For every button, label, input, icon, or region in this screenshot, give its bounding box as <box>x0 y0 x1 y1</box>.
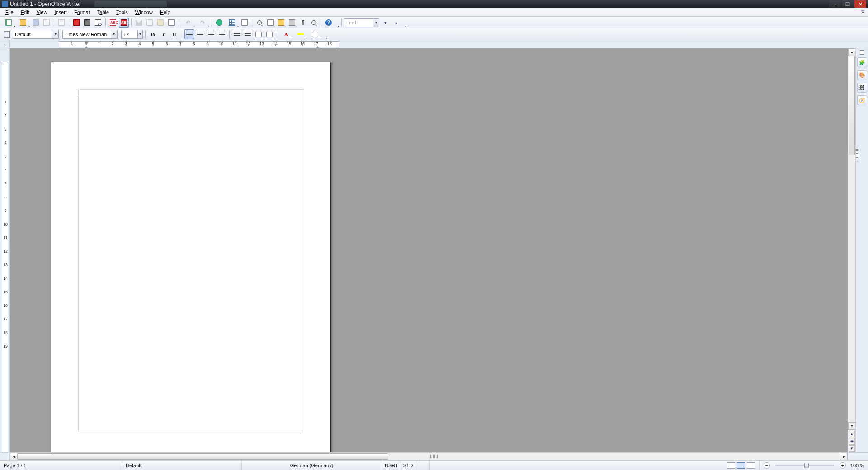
zoom-in-button[interactable]: + <box>840 462 846 469</box>
font-name-input[interactable] <box>63 30 111 38</box>
document-canvas[interactable] <box>10 48 848 452</box>
next-page-button[interactable]: ▼ <box>849 445 855 452</box>
align-justify-button[interactable] <box>217 29 227 39</box>
zoom-button[interactable] <box>309 18 319 28</box>
font-name-dropdown[interactable]: ▾ <box>111 30 117 38</box>
close-button[interactable]: ✕ <box>854 0 866 8</box>
cut-button[interactable] <box>134 18 144 28</box>
find-replace-button[interactable] <box>255 18 264 28</box>
find-input[interactable] <box>344 19 373 27</box>
find-dropdown-button[interactable]: ▾ <box>373 19 379 27</box>
font-name-combo[interactable]: ▾ <box>62 30 118 39</box>
zoom-slider-knob[interactable] <box>804 463 809 468</box>
align-right-button[interactable] <box>206 29 216 39</box>
tab-type-button[interactable]: ⌐ <box>0 40 10 48</box>
sidebar-pin-button[interactable] <box>860 50 864 55</box>
status-language[interactable]: German (Germany) <box>242 461 382 470</box>
font-size-dropdown[interactable]: ▾ <box>137 30 142 38</box>
insert-table-button[interactable]: ▾ <box>225 18 239 28</box>
menu-file[interactable]: File <box>2 9 17 15</box>
sidebar-navigator-button[interactable]: 🧭 <box>857 95 867 105</box>
toolbar-overflow-button[interactable]: ▾ <box>335 18 339 28</box>
scroll-right-button[interactable]: ▶ <box>840 453 848 461</box>
new-document-button[interactable]: ▾ <box>2 18 15 28</box>
find-prev-button[interactable]: ▴ <box>391 18 401 28</box>
print-button[interactable] <box>82 18 92 28</box>
sidebar-properties-button[interactable]: 🧩 <box>857 57 867 67</box>
hyperlink-button[interactable] <box>214 18 224 28</box>
decrease-indent-button[interactable] <box>254 29 264 39</box>
styles-dialog-button[interactable] <box>2 29 12 39</box>
status-selection-mode[interactable]: STD <box>400 461 416 470</box>
background-color-button[interactable]: ▾ <box>308 29 322 39</box>
menu-table[interactable]: Table <box>94 9 113 15</box>
close-document-button[interactable]: ✕ <box>860 9 866 15</box>
menu-format[interactable]: Format <box>71 9 94 15</box>
menu-edit[interactable]: Edit <box>17 9 33 15</box>
font-size-input[interactable] <box>122 30 137 38</box>
formatting-overflow-button[interactable]: ▾ <box>323 29 327 39</box>
status-signature[interactable] <box>416 461 430 470</box>
paragraph-style-combo[interactable]: ▾ <box>13 30 59 39</box>
view-single-page-button[interactable] <box>727 462 735 469</box>
scroll-down-button[interactable]: ▼ <box>848 422 856 430</box>
spellcheck-button[interactable]: ABC <box>108 18 118 28</box>
bold-button[interactable]: B <box>148 29 158 39</box>
bulleted-list-button[interactable] <box>243 29 253 39</box>
navigator-button[interactable] <box>265 18 275 28</box>
sidebar-styles-button[interactable]: 🎨 <box>857 70 867 80</box>
email-button[interactable] <box>42 18 52 28</box>
status-page[interactable]: Page 1 / 1 <box>0 461 122 470</box>
redo-button[interactable]: ↷▾ <box>196 18 209 28</box>
menu-window[interactable]: Window <box>132 9 156 15</box>
align-center-button[interactable] <box>195 29 205 39</box>
horizontal-ruler[interactable]: 1123456789101112131415161718 <box>10 40 868 48</box>
status-page-style[interactable]: Default <box>122 461 242 470</box>
vscroll-thumb[interactable] <box>849 56 855 155</box>
find-toolbar-overflow-button[interactable]: ▾ <box>402 18 406 28</box>
numbered-list-button[interactable] <box>232 29 242 39</box>
paragraph-style-input[interactable] <box>13 30 52 38</box>
hscroll-track[interactable] <box>18 453 840 460</box>
scroll-left-button[interactable]: ◀ <box>10 453 18 461</box>
copy-button[interactable] <box>145 18 155 28</box>
view-multi-page-button[interactable] <box>737 462 745 469</box>
save-button[interactable] <box>31 18 41 28</box>
open-button[interactable]: ▾ <box>16 18 30 28</box>
font-color-button[interactable]: A▾ <box>279 29 293 39</box>
zoom-value[interactable]: 100 % <box>850 463 864 468</box>
hscroll-thumb[interactable] <box>18 453 388 460</box>
nonprinting-button[interactable]: ¶ <box>298 18 308 28</box>
help-button[interactable]: ? <box>324 18 334 28</box>
italic-button[interactable]: I <box>159 29 169 39</box>
print-preview-button[interactable] <box>93 18 103 28</box>
nav-select-button[interactable]: ◉ <box>849 438 855 445</box>
minimize-button[interactable]: – <box>829 0 841 8</box>
find-combo[interactable]: ▾ <box>344 18 379 27</box>
edit-file-button[interactable] <box>57 18 66 28</box>
autospell-button[interactable]: ABC <box>119 18 129 28</box>
status-insert-mode[interactable]: INSRT <box>382 461 400 470</box>
gallery-button[interactable] <box>276 18 286 28</box>
menu-tools[interactable]: Tools <box>113 9 132 15</box>
align-left-button[interactable] <box>184 29 194 39</box>
menu-help[interactable]: Help <box>156 9 174 15</box>
scroll-up-button[interactable]: ▲ <box>848 48 856 56</box>
undo-button[interactable]: ↶▾ <box>181 18 195 28</box>
format-paintbrush-button[interactable] <box>166 18 176 28</box>
horizontal-scrollbar[interactable]: ◀ ▶ <box>10 453 848 460</box>
font-size-combo[interactable]: ▾ <box>121 30 143 39</box>
menu-view[interactable]: View <box>33 9 51 15</box>
underline-button[interactable]: U <box>170 29 179 39</box>
sidebar-gallery-button[interactable]: 🖼 <box>857 83 867 93</box>
zoom-out-button[interactable]: − <box>764 462 770 469</box>
find-next-button[interactable]: ▾ <box>380 18 390 28</box>
export-pdf-button[interactable] <box>71 18 81 28</box>
increase-indent-button[interactable] <box>264 29 274 39</box>
document-page[interactable] <box>51 62 331 452</box>
vertical-ruler[interactable]: 12345678910111213141516171819 <box>0 48 10 452</box>
prev-page-button[interactable]: ▲ <box>849 431 855 437</box>
maximize-button[interactable]: ❐ <box>842 0 854 8</box>
zoom-slider[interactable] <box>775 465 834 466</box>
menu-insert[interactable]: Insert <box>51 9 71 15</box>
